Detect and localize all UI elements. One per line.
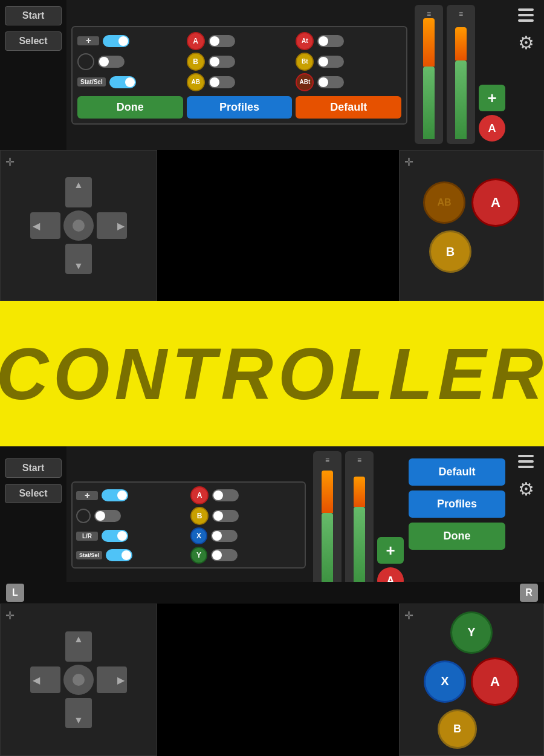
bottom-snes-y-button[interactable]: Y [450, 611, 493, 654]
bottom-btn-b[interactable]: B [190, 507, 209, 525]
top-toggle-b[interactable] [209, 56, 235, 68]
top-toggle-at[interactable] [317, 35, 344, 47]
bottom-snes-layout: Y X A B [424, 611, 519, 749]
hamburger-line-1 [518, 8, 534, 11]
bottom-game-row: ✛ ▲ ▼ ◀ ▶ ✛ Y X A B [0, 604, 544, 756]
dpad-right[interactable]: ▶ [97, 212, 127, 239]
bottom-slider-left-icon: ≡ [325, 456, 329, 464]
top-btn-ab[interactable]: AB [187, 73, 205, 91]
controller-title: CONTROLLER [0, 332, 544, 415]
bottom-toggle-cross[interactable] [102, 489, 128, 501]
dpad-center-dot [73, 220, 85, 232]
bottom-btn-y[interactable]: Y [190, 547, 207, 564]
bottom-toggle-y[interactable] [211, 549, 238, 561]
bottom-dpad-up[interactable]: ▲ [65, 631, 92, 662]
top-abc-ab-button[interactable]: AB [423, 181, 465, 224]
bottom-label-lr: L/R [76, 532, 98, 541]
top-start-button[interactable]: Start [5, 6, 62, 25]
bottom-slider-area: ≡ ≡ + A [313, 451, 404, 596]
bottom-snes-a-button[interactable]: A [471, 657, 519, 706]
top-toggle-a[interactable] [209, 35, 235, 47]
top-a-circle[interactable]: A [479, 115, 505, 142]
bottom-hamburger-icon[interactable] [518, 455, 534, 468]
top-slider-right-orange [455, 27, 467, 60]
top-toggle-statsel[interactable] [109, 76, 136, 88]
bottom-slider-icons: + A [377, 451, 404, 596]
top-done-button[interactable]: Done [77, 96, 183, 119]
top-dpad[interactable]: ▲ ▼ ◀ ▶ [30, 177, 127, 274]
top-panel-col-2-1 [77, 53, 183, 70]
bottom-panel-right-2: B [190, 507, 301, 525]
top-gear-icon[interactable]: ⚙ [515, 31, 537, 53]
top-toggle-abt[interactable] [317, 76, 344, 88]
r-badge: R [520, 584, 538, 602]
bottom-start-button[interactable]: Start [5, 458, 62, 478]
top-toggle-bt[interactable] [317, 56, 344, 68]
bottom-slider-left-orange [322, 471, 334, 513]
bottom-panel-left-1: ✛ [76, 489, 187, 501]
bottom-toggle-a[interactable] [212, 489, 239, 501]
bottom-panel-row-1: ✛ A [76, 486, 301, 504]
bottom-done-button[interactable]: Done [409, 523, 505, 550]
bottom-toggle-joystick[interactable] [94, 510, 121, 522]
top-profiles-button[interactable]: Profiles [187, 96, 293, 119]
bottom-plus-icon[interactable]: + [377, 537, 404, 564]
top-panel-col-3-3: ABt [296, 73, 401, 91]
top-buttons-move-icon: ✛ [404, 155, 413, 169]
bottom-slider-left-green [322, 513, 334, 591]
bottom-start-select: Start Select [0, 446, 66, 604]
top-control-panel: ✛ A At B Bt [71, 26, 407, 125]
top-panel-col-3-2: AB [187, 73, 293, 91]
top-label-cross: ✛ [77, 36, 99, 45]
bottom-snes-b-button[interactable]: B [438, 709, 477, 749]
bottom-dpad-right[interactable]: ▶ [97, 666, 127, 693]
lr-row: L R [0, 582, 544, 604]
bottom-label-statsel: Stat/Sel [76, 551, 102, 559]
top-default-button[interactable]: Default [296, 96, 401, 119]
top-panel-col-1-3: At [296, 32, 401, 50]
top-plus-icon[interactable]: + [479, 85, 505, 111]
top-toggle-ab[interactable] [209, 76, 235, 88]
top-dpad-container: ✛ ▲ ▼ ◀ ▶ [0, 150, 157, 301]
bottom-toggle-lr[interactable] [102, 530, 128, 542]
top-btn-at[interactable]: At [296, 32, 314, 50]
bottom-default-button[interactable]: Default [409, 458, 505, 486]
top-toggle-joystick[interactable] [98, 56, 125, 68]
top-select-button[interactable]: Select [5, 31, 62, 51]
bottom-dpad-down[interactable]: ▼ [65, 698, 92, 728]
bottom-toggle-statsel[interactable] [106, 549, 132, 561]
bottom-select-button[interactable]: Select [5, 484, 62, 503]
top-panel-row-3: Stat/Sel AB ABt [77, 73, 401, 91]
bottom-dpad-center [63, 665, 94, 695]
top-toggle-cross[interactable] [103, 35, 129, 47]
top-joystick [77, 53, 94, 70]
dpad-left[interactable]: ◀ [30, 212, 60, 239]
bottom-btn-x[interactable]: X [190, 527, 207, 544]
bottom-action-buttons: Default Profiles Done [409, 458, 505, 591]
bottom-toggle-b[interactable] [212, 510, 239, 522]
bottom-hamburger-line-2 [518, 460, 534, 463]
bottom-panel-row-2: B [76, 507, 301, 525]
bottom-snes-b-row: B [438, 709, 489, 749]
top-game-row: ✛ ▲ ▼ ◀ ▶ ✛ AB A B [0, 150, 544, 301]
bottom-dpad[interactable]: ▲ ▼ ◀ ▶ [30, 631, 127, 728]
bottom-toggle-x[interactable] [211, 530, 238, 542]
bottom-gear-icon[interactable]: ⚙ [515, 478, 537, 500]
dpad-down[interactable]: ▼ [65, 244, 92, 274]
top-btn-b[interactable]: B [187, 53, 205, 71]
bottom-dpad-left[interactable]: ◀ [30, 666, 60, 693]
bottom-btn-a[interactable]: A [190, 486, 209, 504]
bottom-profiles-button[interactable]: Profiles [409, 490, 505, 518]
top-abc-a-button[interactable]: A [471, 178, 520, 227]
top-btn-bt[interactable]: Bt [296, 53, 314, 71]
top-abc-b-button[interactable]: B [429, 230, 471, 273]
top-hamburger-icon[interactable] [518, 8, 534, 22]
bottom-snes-x-button[interactable]: X [424, 660, 466, 703]
bottom-slider-right-orange [354, 477, 366, 507]
bottom-dpad-move-icon: ✛ [5, 609, 15, 622]
top-btn-a[interactable]: A [187, 32, 205, 50]
dpad-up[interactable]: ▲ [65, 177, 92, 207]
bottom-panel-right-4: Y [190, 547, 301, 564]
top-btn-abt[interactable]: ABt [296, 73, 314, 91]
bottom-section: Start Select ✛ A B [0, 446, 544, 604]
